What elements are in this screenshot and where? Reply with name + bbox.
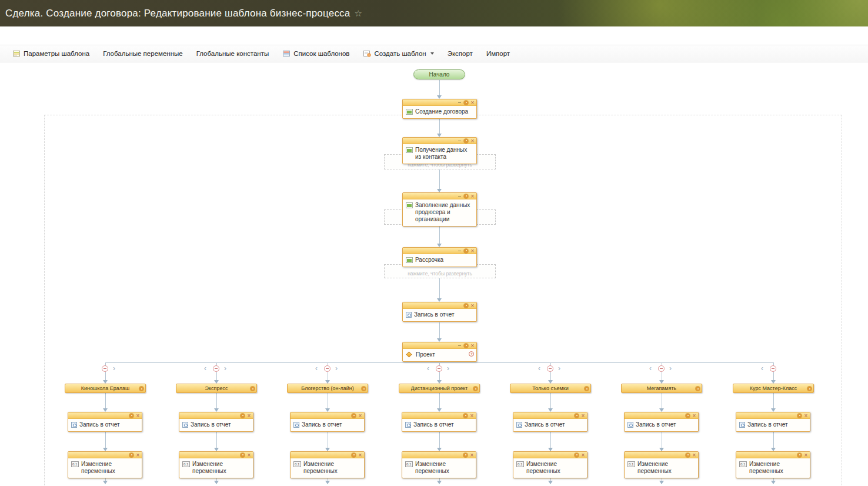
settings-icon[interactable]	[352, 453, 356, 457]
branch-condition[interactable]: Киношкола Ералаш	[65, 384, 146, 393]
settings-icon[interactable]	[473, 387, 478, 391]
settings-icon[interactable]	[686, 414, 690, 418]
close-icon[interactable]	[247, 414, 251, 418]
move-branch-left-icon[interactable]	[204, 365, 206, 371]
activity-block-report-entry[interactable]: Запись в отчет	[179, 412, 253, 432]
settings-icon[interactable]	[129, 453, 133, 457]
activity-block-report-entry[interactable]: Запись в отчет	[736, 412, 810, 432]
settings-icon[interactable]	[464, 249, 468, 253]
close-icon[interactable]	[804, 453, 808, 457]
settings-icon[interactable]	[464, 139, 468, 143]
move-branch-left-icon[interactable]	[761, 365, 763, 371]
collapse-branch-icon[interactable]	[658, 365, 665, 372]
move-branch-right-icon[interactable]	[447, 365, 449, 371]
move-branch-right-icon[interactable]	[669, 365, 672, 371]
toolbar-create-template[interactable]: Создать шаблон	[363, 49, 433, 58]
settings-icon[interactable]	[575, 414, 579, 418]
settings-icon[interactable]	[464, 304, 468, 308]
move-branch-left-icon[interactable]	[427, 365, 429, 371]
close-icon[interactable]	[470, 101, 475, 105]
close-icon[interactable]	[692, 414, 696, 418]
branch-condition[interactable]: Курс Мастер-Класс	[733, 384, 814, 393]
close-icon[interactable]	[358, 414, 362, 418]
branch-condition[interactable]: Дистанционный проект	[399, 384, 480, 393]
activity-block-create-contract[interactable]: Создание договора	[402, 99, 477, 119]
move-branch-right-icon[interactable]	[113, 365, 115, 371]
settings-icon[interactable]	[575, 453, 579, 457]
add-branch-icon[interactable]	[469, 351, 474, 357]
close-icon[interactable]	[136, 453, 140, 457]
settings-icon[interactable]	[251, 387, 255, 391]
toolbar-global-constants[interactable]: Глобальные константы	[196, 50, 269, 57]
branch-condition[interactable]: Только съемки	[510, 384, 591, 393]
settings-icon[interactable]	[807, 387, 812, 391]
activity-block-modify-variables[interactable]: Изменение переменных	[290, 451, 365, 478]
close-icon[interactable]	[136, 414, 140, 418]
favorite-star-icon[interactable]	[354, 8, 362, 19]
settings-icon[interactable]	[129, 414, 133, 418]
settings-icon[interactable]	[797, 414, 802, 418]
settings-icon[interactable]	[464, 194, 468, 198]
close-icon[interactable]	[470, 249, 475, 253]
activity-block-report-entry[interactable]: Запись в отчет	[513, 412, 587, 432]
activity-block-modify-variables[interactable]: Изменение переменных	[736, 451, 810, 478]
activity-block-report-entry[interactable]: Запись в отчет	[290, 412, 365, 432]
settings-icon[interactable]	[241, 453, 245, 457]
settings-icon[interactable]	[463, 414, 468, 418]
move-branch-left-icon[interactable]	[538, 365, 540, 371]
close-icon[interactable]	[358, 453, 362, 457]
activity-block-report-entry[interactable]: Запись в отчет	[624, 412, 699, 432]
activity-block-modify-variables[interactable]: Изменение переменных	[513, 451, 587, 478]
close-icon[interactable]	[804, 414, 808, 418]
toolbar-template-params[interactable]: Параметры шаблона	[12, 49, 89, 58]
branch-condition[interactable]: Экспресс	[176, 384, 257, 393]
minimize-icon[interactable]	[458, 344, 462, 348]
move-branch-left-icon[interactable]	[315, 365, 318, 371]
activity-block-installment[interactable]: Рассрочка	[402, 247, 477, 267]
move-branch-left-icon[interactable]	[649, 365, 652, 371]
collapse-branch-icon[interactable]	[770, 365, 776, 372]
settings-icon[interactable]	[362, 387, 366, 391]
branch-condition[interactable]: Блогерство (он-лайн)	[287, 384, 368, 393]
settings-icon[interactable]	[139, 387, 143, 391]
toolbar-template-list[interactable]: Список шаблонов	[282, 49, 349, 58]
minimize-icon[interactable]	[458, 194, 462, 198]
activity-block-modify-variables[interactable]: Изменение переменных	[624, 451, 699, 478]
close-icon[interactable]	[581, 453, 585, 457]
settings-icon[interactable]	[464, 101, 468, 105]
activity-block-get-contact-data[interactable]: Получение данных из контакта	[402, 137, 477, 164]
toolbar-global-variables[interactable]: Глобальные переменные	[103, 50, 183, 57]
move-branch-right-icon[interactable]	[558, 365, 560, 371]
close-icon[interactable]	[470, 414, 474, 418]
toolbar-export[interactable]: Экспорт	[448, 50, 473, 57]
activity-block-project[interactable]: Проект	[402, 342, 477, 362]
minimize-icon[interactable]	[458, 249, 462, 253]
activity-block-fill-producer-data[interactable]: Заполнение данных продюсера и организаци…	[402, 192, 477, 227]
settings-icon[interactable]	[797, 453, 802, 457]
minimize-icon[interactable]	[458, 139, 462, 143]
close-icon[interactable]	[470, 194, 475, 198]
move-branch-right-icon[interactable]	[335, 365, 338, 371]
close-icon[interactable]	[581, 414, 585, 418]
branch-condition[interactable]: Мегапамять	[621, 384, 702, 393]
activity-block-report-entry[interactable]: Запись в отчет	[68, 412, 142, 432]
toolbar-import[interactable]: Импорт	[486, 50, 510, 57]
close-icon[interactable]	[247, 453, 251, 457]
settings-icon[interactable]	[463, 453, 468, 457]
close-icon[interactable]	[470, 453, 474, 457]
collapse-branch-icon[interactable]	[213, 365, 219, 372]
settings-icon[interactable]	[585, 387, 589, 391]
activity-block-modify-variables[interactable]: Изменение переменных	[179, 451, 253, 478]
settings-icon[interactable]	[241, 414, 245, 418]
close-icon[interactable]	[470, 344, 475, 348]
close-icon[interactable]	[470, 139, 475, 143]
collapse-branch-icon[interactable]	[436, 365, 442, 372]
collapse-branch-icon[interactable]	[324, 365, 330, 372]
settings-icon[interactable]	[352, 414, 356, 418]
settings-icon[interactable]	[696, 387, 700, 391]
activity-block-report-entry[interactable]: Запись в отчет	[402, 412, 476, 432]
activity-block-report-entry[interactable]: Запись в отчет	[402, 302, 477, 322]
close-icon[interactable]	[692, 453, 696, 457]
collapse-branch-icon[interactable]	[547, 365, 553, 372]
close-icon[interactable]	[470, 304, 475, 308]
